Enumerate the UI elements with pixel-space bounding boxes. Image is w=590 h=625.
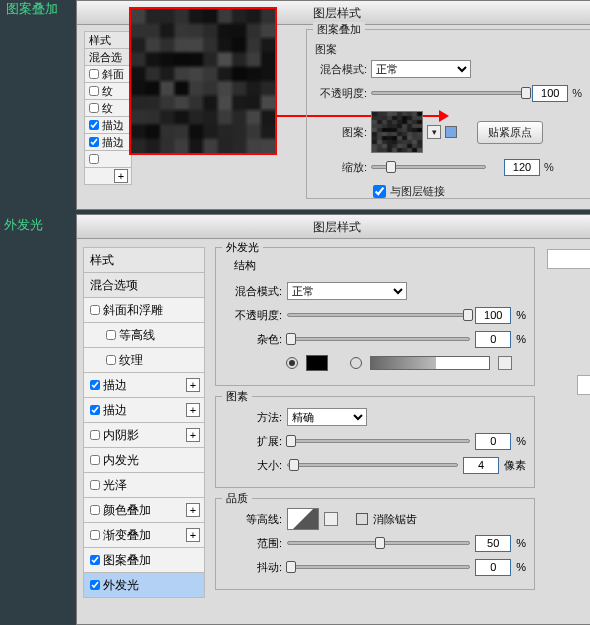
antialias-label: 消除锯齿: [373, 512, 417, 527]
style-item[interactable]: 外发光: [83, 572, 205, 598]
snap-toggle[interactable]: [445, 126, 457, 138]
dropdown-icon[interactable]: [498, 356, 512, 370]
gradient-radio[interactable]: [350, 357, 362, 369]
pattern-overlay-group: 图案叠加 图案 混合模式: 正常 不透明度: 100 % 图案: ▾ 贴紧原点 …: [306, 29, 590, 199]
style-checkbox[interactable]: [90, 455, 100, 465]
style-checkbox[interactable]: [90, 305, 100, 315]
percent-label: %: [572, 87, 582, 99]
style-checkbox[interactable]: [90, 530, 100, 540]
add-icon[interactable]: +: [186, 528, 200, 542]
styles-header[interactable]: 样式: [84, 31, 132, 49]
color-radio[interactable]: [286, 357, 298, 369]
opacity-slider[interactable]: [287, 313, 470, 317]
truncated-button[interactable]: [577, 375, 590, 395]
quality-frame: 品质 等高线: 消除锯齿 范围: 50 % 抖动: 0 %: [215, 498, 535, 590]
layer-style-dialog-top: 图层样式 样式 混合选 斜面 纹 纹 描边 描边 + 图案叠加 图案 混合模式:…: [76, 0, 590, 210]
add-icon[interactable]: +: [186, 403, 200, 417]
add-icon[interactable]: +: [114, 169, 128, 183]
add-icon[interactable]: +: [186, 503, 200, 517]
style-item[interactable]: 光泽: [83, 472, 205, 498]
style-item[interactable]: 内阴影+: [83, 422, 205, 448]
style-item[interactable]: 纹理: [83, 347, 205, 373]
blend-options[interactable]: 混合选项: [83, 272, 205, 298]
style-label: 内阴影: [103, 426, 139, 444]
style-item[interactable]: [84, 150, 132, 168]
size-value[interactable]: 4: [463, 457, 499, 474]
structure-label: 结构: [234, 258, 526, 273]
style-checkbox[interactable]: [90, 555, 100, 565]
opacity-value[interactable]: 100: [475, 307, 511, 324]
styles-list: 样式 混合选项 斜面和浮雕等高线纹理描边+描边+内阴影+内发光光泽颜色叠加+渐变…: [83, 247, 205, 597]
dialog-title: 图层样式: [77, 215, 590, 239]
style-checkbox[interactable]: [90, 480, 100, 490]
structure-frame: 外发光 结构 混合模式: 正常 不透明度: 100 % 杂色: 0 %: [215, 247, 535, 386]
pattern-thumb[interactable]: [371, 111, 423, 153]
pattern-dropdown-icon[interactable]: ▾: [427, 125, 441, 139]
style-checkbox[interactable]: [106, 355, 116, 365]
blend-mode-select[interactable]: 正常: [287, 282, 407, 300]
opacity-label: 不透明度:: [315, 86, 367, 101]
percent-label: %: [544, 161, 554, 173]
scale-value[interactable]: 120: [504, 159, 540, 176]
add-icon[interactable]: +: [186, 378, 200, 392]
style-label: 光泽: [103, 476, 127, 494]
style-item[interactable]: 斜面和浮雕: [83, 297, 205, 323]
style-item[interactable]: 纹: [84, 82, 132, 100]
range-value[interactable]: 50: [475, 535, 511, 552]
antialias-checkbox[interactable]: [356, 513, 368, 525]
style-item[interactable]: +: [84, 167, 132, 185]
style-checkbox[interactable]: [90, 580, 100, 590]
add-icon[interactable]: +: [186, 428, 200, 442]
style-checkbox[interactable]: [90, 405, 100, 415]
style-checkbox[interactable]: [90, 505, 100, 515]
style-label: 等高线: [119, 326, 155, 344]
scale-slider[interactable]: [371, 165, 486, 169]
style-item[interactable]: 图案叠加: [83, 547, 205, 573]
blend-mode-label: 混合模式:: [315, 62, 367, 77]
method-label: 方法:: [224, 410, 282, 425]
size-slider[interactable]: [287, 463, 458, 467]
method-select[interactable]: 精确: [287, 408, 367, 426]
style-checkbox[interactable]: [90, 380, 100, 390]
style-item[interactable]: 颜色叠加+: [83, 497, 205, 523]
contour-preview[interactable]: [287, 508, 319, 530]
style-item[interactable]: 纹: [84, 99, 132, 117]
spread-value[interactable]: 0: [475, 433, 511, 450]
blend-mode-label: 混合模式:: [224, 284, 282, 299]
range-slider[interactable]: [287, 541, 470, 545]
style-item[interactable]: 描边+: [83, 397, 205, 423]
opacity-slider[interactable]: [371, 91, 528, 95]
spread-slider[interactable]: [287, 439, 470, 443]
style-item[interactable]: 描边: [84, 133, 132, 151]
gradient-preview[interactable]: [370, 356, 490, 370]
style-item[interactable]: 斜面: [84, 65, 132, 83]
style-item[interactable]: 描边+: [83, 372, 205, 398]
blend-mode-select[interactable]: 正常: [371, 60, 471, 78]
noise-value[interactable]: 0: [475, 331, 511, 348]
link-layer-checkbox[interactable]: [373, 185, 386, 198]
jitter-value[interactable]: 0: [475, 559, 511, 576]
opacity-value[interactable]: 100: [532, 85, 568, 102]
style-label: 图案叠加: [103, 551, 151, 569]
truncated-button[interactable]: [547, 249, 590, 269]
style-label: 颜色叠加: [103, 501, 151, 519]
style-item[interactable]: 渐变叠加+: [83, 522, 205, 548]
jitter-slider[interactable]: [287, 565, 470, 569]
dropdown-icon[interactable]: [324, 512, 338, 526]
style-label: 纹理: [119, 351, 143, 369]
noise-slider[interactable]: [287, 337, 470, 341]
style-label: 内发光: [103, 451, 139, 469]
outer-glow-panel: 外发光 结构 混合模式: 正常 不透明度: 100 % 杂色: 0 %: [215, 247, 535, 600]
style-item[interactable]: 描边: [84, 116, 132, 134]
snap-origin-button[interactable]: 贴紧原点: [477, 121, 543, 144]
blend-options[interactable]: 混合选: [84, 48, 132, 66]
style-item[interactable]: 内发光: [83, 447, 205, 473]
style-checkbox[interactable]: [106, 330, 116, 340]
color-swatch[interactable]: [306, 355, 328, 371]
frame-title: 外发光: [222, 240, 263, 255]
styles-header[interactable]: 样式: [83, 247, 205, 273]
style-checkbox[interactable]: [90, 430, 100, 440]
style-item[interactable]: 等高线: [83, 322, 205, 348]
elements-frame: 图素 方法: 精确 扩展: 0 % 大小: 4 像素: [215, 396, 535, 488]
annotation-pattern-overlay: 图案叠加: [6, 0, 58, 18]
